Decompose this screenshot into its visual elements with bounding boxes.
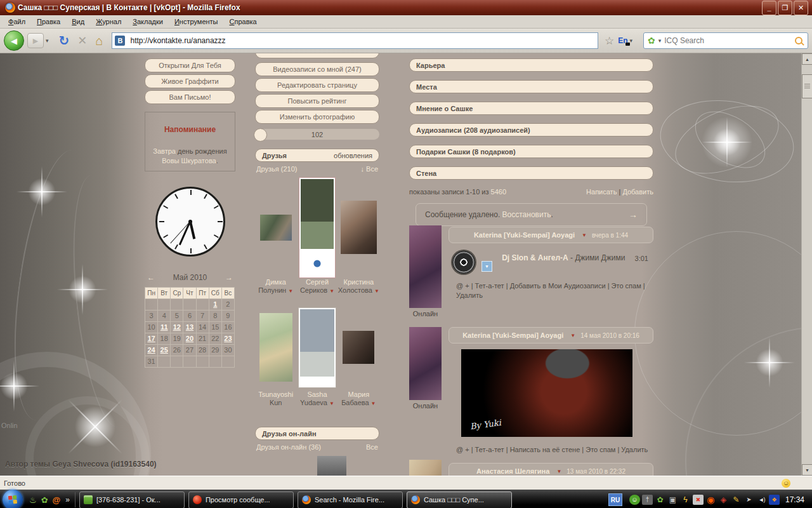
postcards-button[interactable]: Открытки Для Тебя	[145, 58, 235, 72]
home-icon[interactable]: ⌂	[95, 34, 103, 47]
search-icon[interactable]	[795, 37, 802, 44]
menu-edit[interactable]: Правка	[31, 17, 66, 27]
friends-all-link[interactable]: ↓ Все	[360, 165, 378, 173]
download-icon[interactable]: ▼	[481, 261, 492, 272]
rip-icon[interactable]: †	[642, 495, 653, 505]
restore-link[interactable]: Восстановить	[502, 210, 551, 219]
calendar-day[interactable]: 31	[145, 356, 158, 368]
calendar-day[interactable]: 7	[197, 311, 209, 322]
search-engine-dropdown-icon[interactable]: ▾	[658, 37, 662, 44]
pencil-icon[interactable]: ✎	[731, 495, 742, 505]
task-button-message-viewer[interactable]: Просмотр сообще...	[188, 491, 294, 508]
friend-last-name[interactable]: Полунин	[258, 286, 286, 294]
calendar-day[interactable]: 5	[171, 311, 183, 322]
friends-count-link[interactable]: Друзья (210)	[256, 165, 297, 173]
change-photo-button[interactable]: Изменить фотографию	[255, 110, 379, 124]
calendar-day[interactable]: 21	[197, 333, 209, 345]
close-button[interactable]: ✕	[794, 1, 808, 15]
qip-drink-icon[interactable]: ♨	[29, 496, 37, 504]
calendar-day[interactable]: 22	[209, 333, 222, 345]
calendar-day[interactable]: 3	[145, 311, 158, 322]
forward-button[interactable]: ▶	[27, 33, 44, 48]
calendar-next-icon[interactable]: →	[225, 273, 233, 282]
icq-flower-icon[interactable]: ✿	[41, 496, 48, 504]
friends-online-all-link[interactable]: Все	[366, 443, 378, 451]
post-actions[interactable]: @ + | Тет-а-тет | Добавить в Мои Аудиоза…	[449, 281, 653, 300]
calendar-day[interactable]: 15	[209, 322, 222, 333]
friend-last-name[interactable]: Kun	[270, 399, 282, 406]
start-button[interactable]	[3, 490, 23, 508]
scroll-down-icon[interactable]: ▼	[802, 464, 812, 476]
section-career[interactable]: Карьера	[409, 58, 653, 72]
menu-view[interactable]: Вид	[66, 17, 90, 27]
wall-write-link[interactable]: Написать	[586, 188, 617, 196]
menu-tools[interactable]: Инструменты	[169, 17, 224, 27]
calendar-day[interactable]: 2	[222, 299, 235, 311]
smiley-extension-icon[interactable]: ☺	[782, 479, 790, 488]
task-button-firefox-vk[interactable]: Сашка □□□ Супе...	[407, 491, 512, 508]
icq-flower-icon[interactable]: ✿	[648, 36, 655, 46]
address-bar[interactable]: B	[112, 32, 598, 49]
network-icon[interactable]: ❖	[769, 495, 780, 505]
edit-page-button[interactable]: Редактировать страницу	[255, 78, 379, 92]
avatar[interactable]	[409, 327, 442, 400]
url-input[interactable]	[129, 36, 594, 46]
chevron-down-icon[interactable]: ▼	[556, 469, 561, 474]
friend-first-name[interactable]: Димка	[255, 278, 296, 286]
post-image[interactable]: By Yuki	[461, 349, 632, 437]
calendar-day[interactable]: 8	[209, 311, 222, 322]
task-button-icq-number[interactable]: [376-638-231] - Ок...	[79, 491, 185, 508]
menu-history[interactable]: Журнал	[90, 17, 127, 27]
friend-photo[interactable]	[300, 309, 334, 386]
chevron-down-icon[interactable]: ▼	[371, 401, 376, 406]
calendar-prev-icon[interactable]: ←	[147, 273, 155, 282]
guard-icon[interactable]: ◈	[718, 495, 729, 505]
wall-total-link[interactable]: 5460	[491, 188, 506, 196]
friends-updates-link[interactable]: обновления	[334, 152, 372, 159]
friend-last-name[interactable]: Холостова	[338, 286, 372, 294]
friends-online-count-link[interactable]: Друзья он-лайн (36)	[256, 443, 321, 451]
language-dropdown-icon[interactable]: ▾	[629, 37, 632, 44]
friend-first-name[interactable]: Сергей	[296, 278, 337, 286]
calendar-day[interactable]: 25	[158, 345, 171, 356]
friend-first-name[interactable]: Sasha	[296, 391, 337, 399]
maximize-button[interactable]: ❐	[778, 1, 792, 15]
calendar-day[interactable]: 9	[222, 311, 235, 322]
calendar-day[interactable]: 1	[209, 299, 222, 311]
lightning-icon[interactable]: ϟ	[680, 495, 691, 505]
calendar-day[interactable]: 27	[183, 345, 196, 356]
calendar-day[interactable]: 28	[197, 345, 209, 356]
post-author-link[interactable]: Katerina [Yuki-Sempai] Aoyagi	[474, 231, 575, 239]
friend-photo[interactable]	[343, 331, 374, 364]
expand-arrow-icon[interactable]: →	[629, 210, 638, 220]
scrollbar-thumb[interactable]	[802, 74, 812, 98]
section-places[interactable]: Места	[409, 80, 653, 93]
calendar-day[interactable]: 26	[171, 345, 183, 356]
friend-first-name[interactable]: Кристина	[338, 278, 379, 286]
calendar-day[interactable]: 29	[209, 345, 222, 356]
stop-icon[interactable]: ✕	[77, 35, 87, 46]
pointer-icon[interactable]: ➤	[743, 495, 754, 505]
videos-button[interactable]: Видеозаписи со мной (247)	[255, 62, 379, 76]
avatar[interactable]	[409, 225, 442, 308]
section-audio[interactable]: Аудиозаписи (208 аудиозаписей)	[409, 123, 653, 137]
disk-error-icon[interactable]: ✖	[693, 495, 704, 505]
bookmark-star-icon[interactable]: ☆	[605, 34, 614, 48]
scroll-up-icon[interactable]: ▲	[802, 53, 812, 65]
post-author-link[interactable]: Katerina [Yuki-Sempai] Aoyagi	[462, 331, 563, 339]
post-author-link[interactable]: Анастасия Шелягина	[476, 467, 549, 475]
screenshot-icon[interactable]: ▣	[667, 495, 678, 505]
reminder-person-link[interactable]: Вовы Шкуратова	[162, 157, 216, 164]
raise-rating-button[interactable]: Повысить рейтинг	[255, 94, 379, 108]
section-opinion[interactable]: Мнение о Сашке	[409, 102, 653, 115]
clipped-button[interactable]	[255, 53, 379, 58]
calendar-day[interactable]: 17	[145, 333, 158, 345]
calendar-day[interactable]: 16	[222, 322, 235, 333]
friend-last-name[interactable]: Yudaeva	[300, 399, 327, 406]
wall-add-link[interactable]: Добавить	[622, 188, 653, 196]
friend-photo[interactable]	[260, 215, 292, 241]
post-actions[interactable]: @ + | Тет-а-тет | Написать на её стене |…	[449, 445, 653, 455]
friend-last-name[interactable]: Сериков	[300, 286, 327, 294]
friend-photo[interactable]	[341, 201, 377, 254]
search-input[interactable]	[663, 36, 795, 46]
